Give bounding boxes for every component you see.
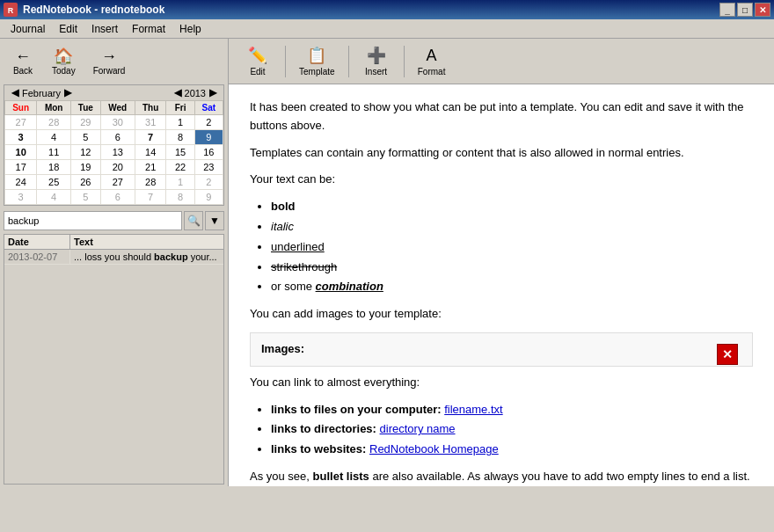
maximize-button[interactable]: □ [737,3,753,17]
cal-day[interactable]: 5 [71,130,100,145]
today-label: Today [52,66,76,76]
cal-day[interactable]: 23 [194,160,223,175]
cal-day[interactable]: 15 [166,145,194,160]
toolbar-sep3 [404,46,405,77]
next-month-button[interactable]: ▶ [61,87,75,98]
cal-header-mon: Mon [37,101,71,115]
cal-day[interactable]: 3 [5,190,37,205]
cal-day[interactable]: 31 [135,115,165,130]
cal-header-thu: Thu [135,101,165,115]
today-button[interactable]: 🏠 Today [44,42,84,81]
titlebar-left: R RedNotebook - rednotebook [4,3,164,17]
cal-day[interactable]: 8 [166,130,194,145]
cal-day[interactable]: 25 [37,175,71,190]
link-website[interactable]: RedNotebook Homepage [369,442,499,455]
link-filename[interactable]: filename.txt [444,403,502,416]
forward-label: Forward [93,66,126,76]
cal-day[interactable]: 2 [194,175,223,190]
cal-day[interactable]: 8 [166,190,194,205]
content-para1: It has been created to show you what can… [250,98,753,135]
cal-day[interactable]: 11 [37,145,71,160]
prev-year-button[interactable]: ◀ [171,87,185,98]
cal-day[interactable]: 10 [5,145,37,160]
forward-icon: → [101,48,117,64]
calendar-month: February [22,88,61,98]
menu-journal[interactable]: Journal [4,21,52,37]
cal-header-fri: Fri [166,101,194,115]
cal-day[interactable]: 9 [194,190,223,205]
back-label: Back [13,66,33,76]
cal-day[interactable]: 19 [71,160,100,175]
menu-insert[interactable]: Insert [84,21,125,37]
cal-day[interactable]: 16 [194,145,223,160]
cal-day[interactable]: 28 [135,175,165,190]
cal-day[interactable]: 21 [135,160,165,175]
next-year-button[interactable]: ▶ [206,87,220,98]
close-image-button[interactable]: ✕ [717,344,738,365]
cal-day[interactable]: 28 [37,115,71,130]
cal-day[interactable]: 12 [71,145,100,160]
cal-day[interactable]: 20 [100,160,135,175]
cal-day[interactable]: 30 [100,115,135,130]
link-directory[interactable]: directory name [380,422,456,435]
search-bar: 🔍 ▼ [4,211,224,230]
calendar-body: 2728293031123456789101112131415161718192… [5,115,223,205]
images-section: ✕ Images: [250,332,753,367]
cal-day[interactable]: 1 [166,175,194,190]
cal-day[interactable]: 2 [194,115,223,130]
search-input[interactable] [4,211,182,230]
edit-button[interactable]: ✏️ Edit [236,42,280,81]
cal-day[interactable]: 6 [100,130,135,145]
template-button[interactable]: 📋 Template [291,42,343,81]
toolbar-sep1 [285,46,286,77]
cal-day[interactable]: 27 [5,115,37,130]
menu-edit[interactable]: Edit [52,21,84,37]
results-panel: Date Text 2013-02-07 ... loss you should… [4,234,224,485]
search-icon-button[interactable]: 🔍 [184,211,203,230]
close-button[interactable]: ✕ [755,3,770,17]
cal-day[interactable]: 9 [194,130,223,145]
images-label: Images: [261,342,304,355]
list-item-underlined: underlined [271,238,753,257]
result-date: 2013-02-07 [4,250,70,264]
nav-toolbar: ← Back 🏠 Today → Forward [0,39,228,81]
menu-help[interactable]: Help [172,21,208,37]
cal-day[interactable]: 27 [100,175,135,190]
cal-day[interactable]: 24 [5,175,37,190]
result-row[interactable]: 2013-02-07 ... loss you should backup yo… [4,250,223,265]
insert-icon: ➕ [367,46,386,65]
col-header-text: Text [70,235,223,249]
titlebar-buttons[interactable]: _ □ ✕ [719,3,770,17]
calendar: ◀ February ▶ ◀ 2013 ▶ Sun Mon Tue Wed Th… [4,84,224,206]
back-button[interactable]: ← Back [4,42,42,81]
content-para4: You can add images to your template: [250,305,753,324]
cal-day[interactable]: 14 [135,145,165,160]
cal-day[interactable]: 29 [71,115,100,130]
cal-day[interactable]: 6 [100,190,135,205]
cal-day[interactable]: 22 [166,160,194,175]
minimize-button[interactable]: _ [719,3,735,17]
cal-day[interactable]: 17 [5,160,37,175]
cal-day[interactable]: 18 [37,160,71,175]
search-dropdown-button[interactable]: ▼ [205,211,224,230]
insert-button[interactable]: ➕ Insert [354,42,398,81]
today-icon: 🏠 [54,48,73,64]
template-icon: 📋 [307,46,326,65]
menu-format[interactable]: Format [125,21,172,37]
forward-button[interactable]: → Forward [85,42,134,81]
cal-day[interactable]: 4 [37,190,71,205]
cal-day[interactable]: 5 [71,190,100,205]
cal-day[interactable]: 7 [135,190,165,205]
app-icon: R [4,3,18,17]
col-header-date: Date [4,235,70,249]
prev-month-button[interactable]: ◀ [8,87,22,98]
cal-day[interactable]: 26 [71,175,100,190]
cal-day[interactable]: 3 [5,130,37,145]
format-button[interactable]: A Format [410,42,454,81]
cal-day[interactable]: 13 [100,145,135,160]
cal-day[interactable]: 7 [135,130,165,145]
cal-day[interactable]: 1 [166,115,194,130]
cal-day[interactable]: 4 [37,130,71,145]
content-para2: Templates can contain any formatting or … [250,144,753,163]
content-area[interactable]: It has been created to show you what can… [229,84,774,486]
